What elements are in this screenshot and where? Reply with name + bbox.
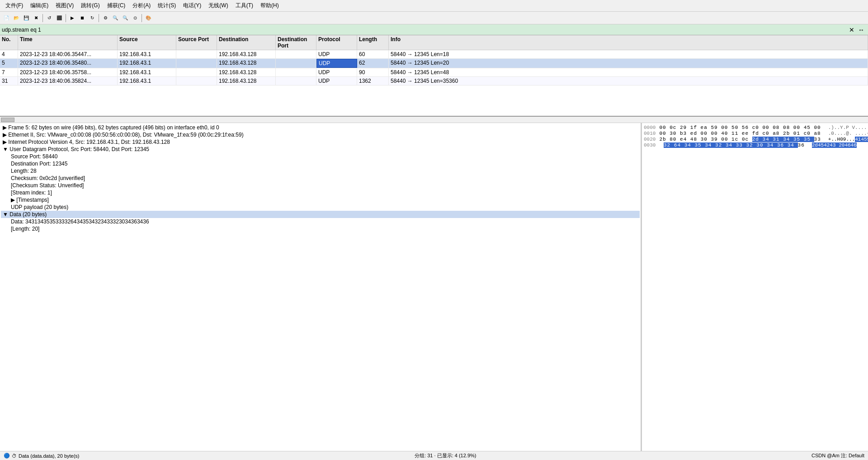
cell-3-2: 192.168.43.1 bbox=[118, 77, 176, 85]
hex-row-0: 000000 0c 29 1f ea 59 00 50 56 c0 00 08 … bbox=[644, 125, 866, 130]
cell-1-6: UDP bbox=[316, 59, 357, 68]
header-no[interactable]: No. bbox=[0, 35, 18, 50]
toolbar-coloring[interactable]: 🎨 bbox=[144, 14, 153, 23]
menu-view[interactable]: 视图(V) bbox=[52, 1, 77, 10]
hex-row-1: 001000 30 b3 ed 00 00 40 11 ee fd c0 a8 … bbox=[644, 131, 866, 136]
detail-item-1[interactable]: ▶ Ethernet II, Src: VMware_c0:00:08 (00:… bbox=[1, 131, 640, 138]
detail-item-13[interactable]: Data: 3431343535333326434353432343332303… bbox=[1, 218, 640, 225]
status-ready-icon: 🔵 bbox=[4, 453, 10, 459]
hex-offset-2: 0020 bbox=[644, 137, 656, 142]
toolbar-open[interactable]: 📂 bbox=[12, 14, 21, 23]
header-source[interactable]: Source bbox=[118, 35, 176, 50]
cell-2-3 bbox=[176, 68, 217, 76]
cell-0-2: 192.168.43.1 bbox=[118, 50, 176, 58]
header-dstport[interactable]: Destination Port bbox=[276, 35, 316, 50]
detail-item-6[interactable]: Length: 28 bbox=[1, 167, 640, 175]
toolbar-reload[interactable]: ↺ bbox=[45, 14, 54, 23]
detail-item-0[interactable]: ▶ Frame 5: 62 bytes on wire (496 bits), … bbox=[1, 124, 640, 131]
hex-offset-1: 0010 bbox=[644, 131, 656, 136]
detail-item-3[interactable]: ▼ User Datagram Protocol, Src Port: 5844… bbox=[1, 146, 640, 153]
detail-item-4[interactable]: Source Port: 58440 bbox=[1, 153, 640, 160]
cell-0-7: 60 bbox=[357, 50, 389, 58]
cell-3-3 bbox=[176, 77, 217, 85]
hex-ascii-2: +..H09...414553 bbox=[828, 137, 868, 142]
toolbar-zoom-reset[interactable]: ⊙ bbox=[131, 14, 140, 23]
cell-2-4: 192.168.43.128 bbox=[217, 68, 276, 76]
detail-item-14[interactable]: [Length: 20] bbox=[1, 225, 640, 232]
hex-row-2: 00202b 80 e4 48 30 39 00 1c 0c 2d 34 31 … bbox=[644, 137, 866, 142]
toolbar: 📄 📂 💾 ✖ ↺ ⬛ ▶ ⏹ ↻ ⚙ 🔍 🔍 ⊙ 🎨 bbox=[0, 12, 868, 24]
header-srcport[interactable]: Source Port bbox=[176, 35, 217, 50]
cell-0-0: 4 bbox=[0, 50, 18, 58]
packet-row-1[interactable]: 52023-12-23 18:40:06.35480...192.168.43.… bbox=[0, 59, 868, 68]
packet-panel[interactable]: No. Time Source Source Port Destination … bbox=[0, 35, 868, 117]
filter-close-btn[interactable]: ✕ bbox=[849, 26, 854, 33]
menu-file[interactable]: 文件(F) bbox=[2, 1, 27, 10]
header-destination[interactable]: Destination bbox=[217, 35, 276, 50]
filterbar: udp.stream eq 1 ✕ ↔ bbox=[0, 24, 868, 35]
cell-3-7: 1362 bbox=[357, 77, 389, 85]
hex-ascii-3: 2d454243 204646 bbox=[812, 142, 857, 148]
status-right: CSDN @Am 注: Default bbox=[811, 452, 864, 459]
packet-row-2[interactable]: 72023-12-23 18:40:06.35758...192.168.43.… bbox=[0, 68, 868, 77]
hex-bytes-2: 2b 80 e4 48 30 39 00 1c 0c 2d 34 31 34 3… bbox=[659, 137, 821, 142]
menu-help[interactable]: 帮助(H) bbox=[257, 1, 283, 10]
cell-0-4: 192.168.43.128 bbox=[217, 50, 276, 58]
hex-bytes-0: 00 0c 29 1f ea 59 00 50 56 c0 00 08 08 0… bbox=[659, 125, 821, 130]
header-protocol[interactable]: Protocol bbox=[316, 35, 357, 50]
toolbar-zoom-out[interactable]: 🔍 bbox=[121, 14, 130, 23]
packet-row-3[interactable]: 312023-12-23 18:40:06.35824...192.168.43… bbox=[0, 77, 868, 85]
hex-row-3: 003032 64 34 35 34 32 34 33 32 30 34 36 … bbox=[644, 142, 866, 148]
cell-1-5 bbox=[276, 59, 316, 68]
toolbar-restart[interactable]: ↻ bbox=[88, 14, 97, 23]
menu-analyze[interactable]: 分析(A) bbox=[129, 1, 154, 10]
toolbar-close[interactable]: ✖ bbox=[32, 14, 41, 23]
hscroll-thumb[interactable] bbox=[1, 118, 14, 122]
main-container: No. Time Source Source Port Destination … bbox=[0, 35, 868, 459]
menu-tools[interactable]: 工具(T) bbox=[232, 1, 257, 10]
toolbar-sep-1 bbox=[42, 14, 43, 22]
toolbar-save[interactable]: 💾 bbox=[22, 14, 31, 23]
toolbar-new[interactable]: 📄 bbox=[2, 14, 11, 23]
detail-item-11[interactable]: UDP payload (20 bytes) bbox=[1, 204, 640, 211]
hscroll-bar[interactable] bbox=[0, 117, 868, 123]
menu-phone[interactable]: 电话(Y) bbox=[179, 1, 205, 10]
detail-item-7[interactable]: Checksum: 0x0c2d [unverified] bbox=[1, 175, 640, 182]
header-time[interactable]: Time bbox=[18, 35, 118, 50]
toolbar-zoom-in[interactable]: 🔍 bbox=[111, 14, 120, 23]
toolbar-filter-expr[interactable]: ⚙ bbox=[101, 14, 110, 23]
filter-expand-btn[interactable]: ↔ bbox=[858, 26, 864, 33]
header-length[interactable]: Length bbox=[357, 35, 389, 50]
status-packet-count: 分组: 31 · 已显示: 4 (12.9%) bbox=[415, 452, 476, 459]
toolbar-stop[interactable]: ⬛ bbox=[55, 14, 64, 23]
menu-goto[interactable]: 跳转(G) bbox=[77, 1, 103, 10]
cell-1-8: 58440 → 12345 Len=20 bbox=[389, 59, 868, 68]
menu-stats[interactable]: 统计(S) bbox=[154, 1, 179, 10]
cell-3-1: 2023-12-23 18:40:06.35824... bbox=[18, 77, 118, 85]
cell-3-4: 192.168.43.128 bbox=[217, 77, 276, 85]
cell-2-0: 7 bbox=[0, 68, 18, 76]
cell-2-8: 58440 → 12345 Len=48 bbox=[389, 68, 868, 76]
toolbar-start-capture[interactable]: ▶ bbox=[68, 14, 77, 23]
detail-item-10[interactable]: ▶ [Timestamps] bbox=[1, 196, 640, 204]
detail-item-2[interactable]: ▶ Internet Protocol Version 4, Src: 192.… bbox=[1, 138, 640, 146]
detail-item-5[interactable]: Destination Port: 12345 bbox=[1, 160, 640, 167]
detail-item-9[interactable]: [Stream index: 1] bbox=[1, 189, 640, 196]
packet-row-0[interactable]: 42023-12-23 18:40:06.35447...192.168.43.… bbox=[0, 50, 868, 59]
menu-capture[interactable]: 捕获(C) bbox=[104, 1, 129, 10]
detail-panel[interactable]: ▶ Frame 5: 62 bytes on wire (496 bits), … bbox=[0, 123, 642, 459]
cell-3-5 bbox=[276, 77, 316, 85]
packet-list-header: No. Time Source Source Port Destination … bbox=[0, 35, 868, 50]
cell-2-1: 2023-12-23 18:40:06.35758... bbox=[18, 68, 118, 76]
hex-bytes-3: 32 64 34 35 34 32 34 33 32 30 34 36 34 3… bbox=[664, 142, 805, 148]
cell-0-1: 2023-12-23 18:40:06.35447... bbox=[18, 50, 118, 58]
detail-item-8[interactable]: [Checksum Status: Unverified] bbox=[1, 182, 640, 189]
header-info[interactable]: Info bbox=[389, 35, 868, 50]
toolbar-stop-capture[interactable]: ⏹ bbox=[78, 14, 87, 23]
bottom-panel: ▶ Frame 5: 62 bytes on wire (496 bits), … bbox=[0, 123, 868, 459]
hex-offset-0: 0000 bbox=[644, 125, 656, 130]
detail-item-12[interactable]: ▼ Data (20 bytes) bbox=[1, 211, 640, 218]
menu-edit[interactable]: 编辑(E) bbox=[27, 1, 52, 10]
packet-rows: 42023-12-23 18:40:06.35447...192.168.43.… bbox=[0, 50, 868, 85]
menu-wireless[interactable]: 无线(W) bbox=[205, 1, 231, 10]
